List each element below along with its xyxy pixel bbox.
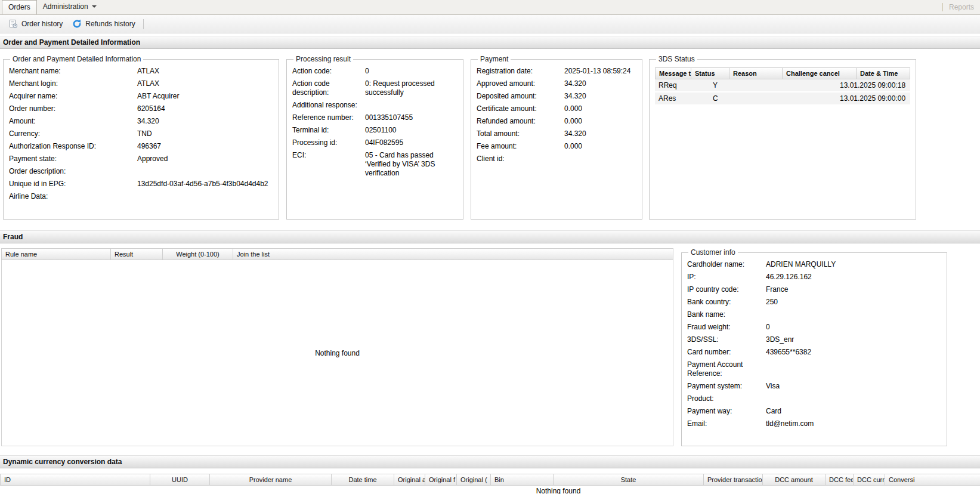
column-header[interactable]: Original ( bbox=[457, 474, 491, 485]
column-header[interactable]: Rule name bbox=[2, 249, 111, 260]
column-header[interactable]: Join the list bbox=[233, 249, 273, 260]
field-value bbox=[564, 155, 636, 163]
field-value bbox=[137, 167, 273, 176]
empty-text: Nothing found bbox=[315, 349, 360, 357]
field-row: Order number: 6205164 bbox=[9, 103, 273, 115]
tab-orders[interactable]: Orders bbox=[2, 0, 37, 14]
section-header-fraud: Fraud bbox=[0, 230, 980, 243]
detail-panels: Order and Payment Detailed Information M… bbox=[0, 49, 980, 220]
field-label: 3DS/SSL: bbox=[687, 335, 766, 344]
column-header[interactable]: Provider name bbox=[210, 474, 332, 485]
field-label: ECI: bbox=[292, 151, 365, 178]
field-value: 02501100 bbox=[365, 126, 457, 135]
cell-challenge-cancel bbox=[783, 79, 836, 91]
cell-date-time: 13.01.2025 09:00:18 bbox=[836, 79, 910, 91]
column-header[interactable]: Date time bbox=[332, 474, 394, 485]
cell-message-type: ARes bbox=[655, 92, 709, 104]
refunds-history-button[interactable]: Refunds history bbox=[67, 17, 140, 31]
column-header[interactable]: Original amount bbox=[394, 474, 425, 485]
column-header[interactable]: DCC curr bbox=[854, 474, 885, 485]
threeds-row[interactable]: ARes C 13.01.2025 09:00:00 bbox=[655, 92, 910, 106]
field-row: Processing id: 04IF082595 bbox=[292, 137, 457, 149]
column-header[interactable]: Challenge cancel bbox=[783, 68, 857, 79]
order-history-icon bbox=[8, 19, 18, 29]
column-header[interactable]: Result bbox=[111, 249, 163, 260]
threeds-row[interactable]: RReq Y 13.01.2025 09:00:18 bbox=[655, 79, 910, 92]
field-row: IP country code: France bbox=[687, 283, 941, 296]
field-row: Fee amount: 0.000 bbox=[477, 140, 636, 153]
field-value: 05 - Card has passed ‘Verified by VISA’ … bbox=[365, 151, 457, 178]
panel-order-info: Order and Payment Detailed Information M… bbox=[3, 55, 279, 220]
field-label: Registration date: bbox=[477, 67, 564, 76]
column-header[interactable]: ID bbox=[1, 474, 150, 485]
field-label: Approved amount: bbox=[477, 79, 564, 88]
field-row: Reference number: 001335107455 bbox=[292, 112, 457, 124]
order-history-button[interactable]: Order history bbox=[4, 17, 67, 31]
field-row: ECI: 05 - Card has passed ‘Verified by V… bbox=[292, 149, 457, 180]
field-label: Bank country: bbox=[687, 298, 766, 307]
link-reports[interactable]: Reports bbox=[949, 3, 974, 11]
column-header[interactable]: Provider transaction id bbox=[704, 474, 763, 485]
field-value: 0.000 bbox=[564, 104, 636, 113]
field-label: Client id: bbox=[477, 155, 564, 163]
order-fields: Merchant name: ATLAX Merchant login: ATL… bbox=[9, 65, 273, 203]
menu-administration[interactable]: Administration bbox=[37, 0, 103, 14]
field-value bbox=[766, 360, 941, 378]
field-row: 3DS/SSL: 3DS_enr bbox=[687, 334, 941, 346]
column-header[interactable]: DCC amount bbox=[763, 474, 826, 485]
field-label: Terminal id: bbox=[292, 126, 365, 135]
field-row: Registration date: 2025-01-13 08:59:24 bbox=[477, 65, 636, 78]
field-label: Airline Data: bbox=[9, 192, 137, 201]
section-title: Order and Payment Detailed Information bbox=[3, 38, 140, 47]
section-header-order-payment: Order and Payment Detailed Information bbox=[0, 36, 980, 49]
tabbar-right: Reports bbox=[942, 0, 974, 14]
field-value: 0 bbox=[365, 67, 457, 76]
field-value: France bbox=[766, 285, 941, 294]
processing-fields: Action code: 0 Action code description: … bbox=[292, 65, 457, 180]
threeds-grid-header: Message type Status Reason Challenge can… bbox=[655, 67, 910, 79]
field-value: 0.000 bbox=[564, 142, 636, 151]
cell-message-type: RReq bbox=[655, 79, 709, 91]
field-label: Additional response: bbox=[292, 101, 365, 110]
column-header[interactable]: Original f bbox=[425, 474, 457, 485]
field-row: Airline Data: bbox=[9, 190, 273, 203]
field-value: Approved bbox=[137, 155, 273, 163]
field-label: Product: bbox=[687, 394, 766, 403]
column-header[interactable]: Weight (0-100) bbox=[163, 249, 233, 260]
column-header[interactable]: UUID bbox=[150, 474, 210, 485]
field-label: Processing id: bbox=[292, 138, 365, 147]
column-header[interactable]: Date & Time bbox=[857, 68, 901, 79]
threeds-grid: Message type Status Reason Challenge can… bbox=[655, 67, 910, 106]
column-header[interactable]: Message type bbox=[656, 68, 691, 79]
field-label: Refunded amount: bbox=[477, 117, 564, 126]
column-header[interactable]: DCC fee amount bbox=[826, 474, 854, 485]
field-value: 34.320 bbox=[564, 129, 636, 138]
field-value: Card bbox=[766, 407, 941, 416]
field-label: IP: bbox=[687, 273, 766, 282]
column-header[interactable]: Conversi bbox=[885, 474, 980, 485]
field-value: tld@netim.com bbox=[766, 419, 941, 428]
field-value: ATLAX bbox=[137, 79, 273, 88]
field-label: Action code: bbox=[292, 67, 365, 76]
field-row: Cardholder name: ADRIEN MARQUILLY bbox=[687, 258, 941, 271]
field-label: Order description: bbox=[9, 167, 137, 176]
column-header[interactable]: State bbox=[554, 474, 704, 485]
column-header[interactable]: Bin bbox=[491, 474, 554, 485]
column-header[interactable]: Reason bbox=[729, 68, 783, 79]
toolbar-separator bbox=[143, 19, 144, 29]
field-row: Action code: 0 bbox=[292, 65, 457, 78]
field-row: Fraud weight: 0 bbox=[687, 321, 941, 334]
field-value: 13d25dfd-03af-4d56-a7b5-4f3b04d4d4b2 bbox=[137, 180, 273, 189]
field-row: Refunded amount: 0.000 bbox=[477, 115, 636, 128]
field-row: Terminal id: 02501100 bbox=[292, 124, 457, 137]
panel-3ds-status: 3DS Status Message type Status Reason Ch… bbox=[649, 55, 916, 220]
field-label: Merchant login: bbox=[9, 79, 137, 88]
field-value: 439655**6382 bbox=[766, 348, 941, 357]
column-header[interactable]: Status bbox=[691, 68, 729, 79]
field-row: Product: bbox=[687, 393, 941, 405]
field-label: Acquirer name: bbox=[9, 92, 137, 101]
field-value bbox=[137, 192, 273, 201]
field-row: Unique id in EPG: 13d25dfd-03af-4d56-a7b… bbox=[9, 178, 273, 190]
field-label: Fee amount: bbox=[477, 142, 564, 151]
field-row: Currency: TND bbox=[9, 128, 273, 140]
